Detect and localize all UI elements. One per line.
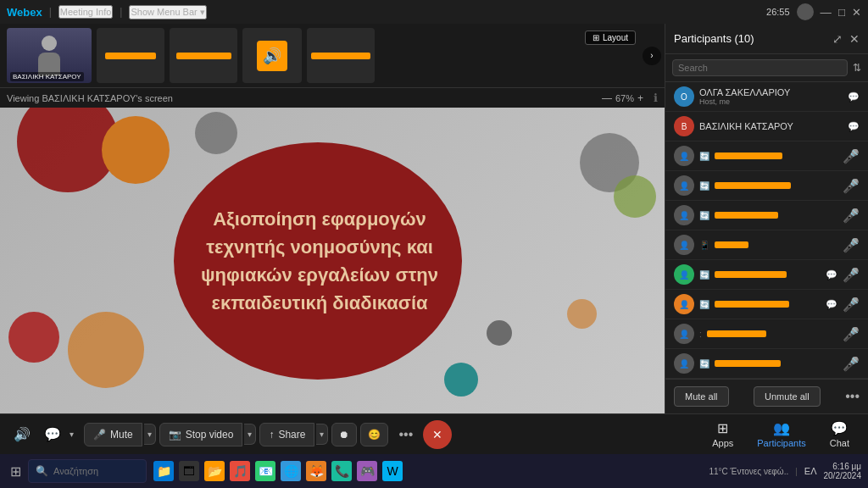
screen-share-bar: Viewing ΒΑΣΙΛΙΚΗ ΚΑΤΣΑΡΟΥ's screen — 67%… bbox=[0, 87, 665, 108]
video-dropdown-button[interactable]: ▾ bbox=[244, 424, 256, 445]
participant-item: 👤 🔄 🎤 bbox=[665, 349, 868, 379]
participant-item: 👤 📱 🎤 bbox=[665, 230, 868, 260]
taskbar-search-box[interactable]: 🔍 bbox=[28, 459, 147, 483]
participant-item: 👤 🔄 🎤 bbox=[665, 171, 868, 201]
participant-item: 👤 : 🎤 bbox=[665, 319, 868, 349]
minimize-button[interactable]: — bbox=[821, 6, 832, 19]
deco-circle-10 bbox=[567, 299, 597, 329]
video-area: ΒΑΣΙΛΙΚΗ ΚΑΤΣΑΡΟΥ 🔊 bbox=[0, 24, 665, 413]
deco-circle-7 bbox=[487, 320, 512, 346]
panel-popout-icon[interactable]: ⤢ bbox=[832, 32, 843, 46]
participant-subtitle: Host, me bbox=[699, 97, 843, 106]
taskbar-icon-webex[interactable]: W bbox=[382, 461, 403, 481]
show-menu-button[interactable]: Show Menu Bar ▾ bbox=[129, 5, 206, 19]
record-button[interactable]: ⏺ bbox=[331, 423, 357, 446]
reactions-icon[interactable]: 💬 bbox=[39, 426, 66, 442]
deco-circle-4 bbox=[8, 312, 59, 363]
audio-icon: 🔄 bbox=[699, 181, 709, 191]
panel-footer: Mute all Unmute all ••• bbox=[665, 379, 868, 413]
avatar: B bbox=[674, 116, 694, 136]
taskbar-icon-1[interactable]: 🗔 bbox=[179, 461, 199, 481]
deco-circle-3 bbox=[195, 112, 237, 154]
avatar: O bbox=[674, 86, 694, 107]
deco-circle-5 bbox=[68, 312, 144, 388]
zoom-level: 67% bbox=[615, 93, 634, 103]
participants-panel: Participants (10) ⤢ ✕ ⇅ O ΟΛΓΑ ΣΑΚΕΛΛΑΡΙ… bbox=[665, 24, 868, 413]
audio-icon: 🔄 bbox=[699, 359, 709, 369]
participant-icons: 💬 bbox=[848, 92, 860, 103]
mute-icon: 🎤 bbox=[843, 208, 860, 224]
viewing-label: Viewing ΒΑΣΙΛΙΚΗ ΚΑΤΣΑΡΟΥ's screen bbox=[7, 93, 173, 103]
mute-icon: 🎤 bbox=[843, 267, 860, 283]
mute-button-group: 🎤 Mute ▾ bbox=[84, 423, 156, 446]
start-button[interactable]: ⊞ bbox=[7, 463, 25, 480]
participants-list: O ΟΛΓΑ ΣΑΚΕΛΛΑΡΙΟΥ Host, me 💬 B ΒΑΣΙΛΙΚΗ… bbox=[665, 82, 868, 379]
zoom-minus-button[interactable]: — bbox=[602, 92, 612, 104]
mute-icon: 🎤 bbox=[843, 356, 860, 372]
unmute-all-button[interactable]: Unmute all bbox=[754, 386, 821, 407]
taskbar-icon-3[interactable]: 🎵 bbox=[230, 461, 250, 481]
slide: Αξιοποίηση εφαρμογών τεχνητής νοημοσύνης… bbox=[0, 108, 665, 413]
panel-close-icon[interactable]: ✕ bbox=[849, 32, 860, 46]
avatar: 👤 bbox=[674, 294, 694, 314]
avatar: 👤 bbox=[674, 175, 694, 196]
panel-header: Participants (10) ⤢ ✕ bbox=[665, 24, 868, 54]
taskbar-icon-8[interactable]: 🎮 bbox=[357, 461, 377, 481]
sort-button[interactable]: ⇅ bbox=[853, 62, 861, 74]
maximize-button[interactable]: □ bbox=[838, 6, 845, 19]
avatar: 👤 bbox=[674, 324, 694, 344]
chat-icon: 💬 bbox=[831, 420, 848, 436]
taskbar-icon-7[interactable]: 📞 bbox=[331, 461, 352, 481]
share-dropdown-button[interactable]: ▾ bbox=[316, 424, 328, 445]
mute-dropdown-button[interactable]: ▾ bbox=[144, 424, 156, 445]
chat-icon: 💬 bbox=[848, 92, 860, 103]
mute-button[interactable]: 🎤 Mute bbox=[84, 423, 142, 446]
taskbar-icon-6[interactable]: 🦊 bbox=[306, 461, 326, 481]
taskbar-search-input[interactable] bbox=[53, 466, 139, 476]
taskbar-icons: 📁 🗔 📂 🎵 📧 🌐 🦊 📞 🎮 W bbox=[153, 461, 403, 481]
participant-item: B ΒΑΣΙΛΙΚΗ ΚΑΤΣΑΡΟΥ 💬 bbox=[665, 112, 868, 141]
search-input[interactable] bbox=[672, 59, 848, 76]
share-button[interactable]: ↑ Share bbox=[259, 423, 314, 446]
meeting-timer: 26:55 bbox=[766, 7, 790, 17]
stop-video-button[interactable]: 📷 Stop video bbox=[159, 423, 243, 446]
reactions-arrow[interactable]: ▾ bbox=[70, 430, 74, 439]
toolbar-right: ⊞ Apps 👥 Participants 💬 Chat bbox=[702, 417, 860, 452]
audio-icon: 🔄 bbox=[699, 211, 709, 220]
participant-name: ΟΛΓΑ ΣΑΚΕΛΛΑΡΙΟΥ bbox=[699, 87, 843, 97]
more-button[interactable]: ••• bbox=[392, 424, 420, 446]
panel-title: Participants (10) bbox=[674, 32, 754, 45]
avatar: 👤 bbox=[674, 353, 694, 374]
thumbnails-nav-button[interactable]: › bbox=[643, 47, 661, 65]
end-call-button[interactable]: ✕ bbox=[423, 420, 452, 449]
mute-all-button[interactable]: Mute all bbox=[674, 386, 729, 407]
taskbar-icon-explorer[interactable]: 📁 bbox=[153, 461, 174, 481]
thumbnail-5 bbox=[307, 28, 375, 83]
top-bar: Webex | Meeting Info | Show Menu Bar ▾ 2… bbox=[0, 0, 868, 24]
zoom-plus-button[interactable]: + bbox=[637, 92, 643, 104]
participant-icons: 💬 bbox=[848, 121, 860, 132]
bottom-toolbar: 🔊 💬 ▾ 🎤 Mute ▾ 📷 Stop video ▾ ↑ Share ▾ … bbox=[0, 413, 868, 454]
more-options-button[interactable]: ••• bbox=[845, 389, 860, 404]
search-icon: 🔍 bbox=[36, 465, 48, 477]
mute-icon: 🎤 bbox=[843, 326, 860, 342]
taskbar-icon-4[interactable]: 📧 bbox=[255, 461, 275, 481]
participants-button[interactable]: 👥 Participants bbox=[747, 417, 815, 452]
emoji-button[interactable]: 😊 bbox=[360, 423, 388, 446]
participant-item: 👤 🔄 🎤 bbox=[665, 141, 868, 171]
meeting-info-button[interactable]: Meeting Info bbox=[58, 5, 114, 19]
close-button[interactable]: ✕ bbox=[852, 6, 861, 19]
mic-status-icon[interactable]: 🔊 bbox=[8, 426, 36, 442]
video-icon: 📷 bbox=[169, 429, 181, 441]
webex-logo: Webex bbox=[7, 6, 42, 19]
taskbar-icon-5[interactable]: 🌐 bbox=[281, 461, 301, 481]
taskbar: ⊞ 🔍 📁 🗔 📂 🎵 📧 🌐 🦊 📞 🎮 W 11°C Έντονες νεφ… bbox=[0, 454, 868, 488]
taskbar-language: ΕΛ bbox=[804, 466, 817, 476]
apps-button[interactable]: ⊞ Apps bbox=[702, 417, 743, 452]
avatar: 👤 bbox=[674, 146, 694, 166]
chat-button[interactable]: 💬 Chat bbox=[820, 417, 860, 452]
stop-video-button-group: 📷 Stop video ▾ bbox=[159, 423, 257, 446]
taskbar-icon-2[interactable]: 📂 bbox=[204, 461, 225, 481]
layout-button[interactable]: ⊞ Layout bbox=[585, 30, 636, 45]
thumbnail-2 bbox=[97, 28, 164, 83]
